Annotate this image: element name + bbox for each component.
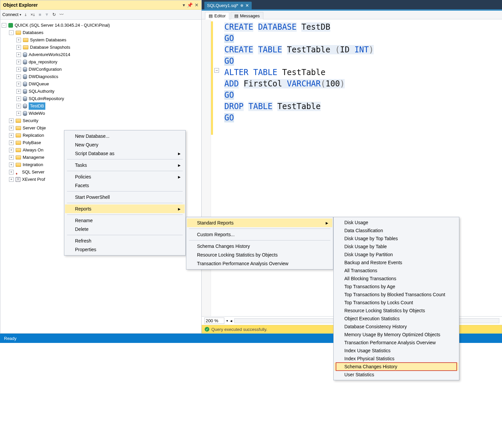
- menu-item[interactable]: Database Consistency History: [334, 323, 458, 331]
- tree-node[interactable]: +DWConfiguration: [2, 66, 200, 73]
- tree-node[interactable]: +TestDB: [2, 102, 200, 110]
- document-tab[interactable]: SQLQuery1.sql* ⊕ ✕: [204, 2, 252, 9]
- menu-item[interactable]: Disk Usage by Top Tables: [334, 235, 458, 243]
- expand-icon[interactable]: +: [16, 104, 21, 108]
- tree-node[interactable]: +DWQueue: [2, 80, 200, 88]
- expand-icon[interactable]: +: [9, 177, 14, 182]
- menu-item[interactable]: Disk Usage: [334, 218, 458, 227]
- context-menu-standard-reports[interactable]: Disk UsageData ClassificationDisk Usage …: [333, 217, 459, 380]
- collapse-icon[interactable]: -: [2, 23, 6, 28]
- menu-item[interactable]: Tasks▶: [65, 161, 185, 169]
- expand-icon[interactable]: +: [16, 96, 21, 101]
- expand-icon[interactable]: +: [16, 74, 21, 79]
- menu-item[interactable]: Script Database as▶: [65, 149, 185, 158]
- tree-node[interactable]: +AdventureWorks2014: [2, 51, 200, 58]
- subtab-editor[interactable]: ▤ Editor: [205, 12, 229, 19]
- menu-item-label: Start PowerShell: [75, 194, 110, 200]
- expand-icon[interactable]: +: [16, 52, 21, 57]
- menu-item[interactable]: Resource Locking Statistics by Objects: [334, 307, 458, 315]
- expand-icon[interactable]: +: [9, 155, 14, 160]
- expand-icon[interactable]: +: [16, 60, 21, 64]
- expand-icon[interactable]: +: [9, 126, 14, 130]
- menu-item[interactable]: Schema Changes History: [334, 363, 458, 371]
- menu-item[interactable]: Transaction Performance Analysis Overvie…: [187, 259, 332, 268]
- menu-item[interactable]: Object Execution Statistics: [334, 315, 458, 323]
- menu-item[interactable]: Top Transactions by Blocked Transactions…: [334, 291, 458, 299]
- menu-item[interactable]: Facets: [65, 181, 185, 190]
- close-icon[interactable]: ✕: [195, 2, 199, 8]
- expand-icon[interactable]: +: [16, 67, 21, 72]
- tree-node[interactable]: +System Databases: [2, 36, 200, 44]
- menu-item[interactable]: Backup and Restore Events: [334, 259, 458, 267]
- connect-button[interactable]: Connect ▾: [2, 12, 21, 17]
- menu-item[interactable]: Data Classification: [334, 227, 458, 235]
- chevron-down-icon[interactable]: ▾: [226, 319, 228, 323]
- tree-node[interactable]: +WideWo: [2, 110, 200, 117]
- menu-item[interactable]: Reports▶: [65, 204, 185, 213]
- expand-icon[interactable]: +: [16, 82, 21, 86]
- collapse-icon[interactable]: -: [9, 30, 14, 35]
- expand-icon[interactable]: +: [9, 148, 14, 152]
- context-menu-database[interactable]: New Database...New QueryScript Database …: [64, 130, 186, 256]
- fold-toggle[interactable]: −: [214, 68, 219, 73]
- filter-icon[interactable]: ▼: [45, 12, 49, 17]
- menu-item[interactable]: Index Usage Statistics: [334, 347, 458, 355]
- menu-item[interactable]: Resource Locking Statistics by Objects: [187, 251, 332, 259]
- expand-icon[interactable]: +: [9, 140, 14, 145]
- tree-node[interactable]: -QUICK (SQL Server 14.0.3045.24 - QUICK\…: [2, 22, 200, 29]
- ready-text: Ready: [4, 336, 17, 341]
- menu-item[interactable]: Schema Changes History: [187, 242, 332, 251]
- expand-icon[interactable]: +: [9, 170, 14, 174]
- tree-node[interactable]: +dpa_repository: [2, 58, 200, 66]
- close-tab-icon[interactable]: ✕: [245, 3, 249, 8]
- subtab-messages[interactable]: ▤ Messages: [231, 12, 263, 19]
- menu-item[interactable]: Top Transactions by Age: [334, 283, 458, 291]
- tree-label: SQL Server: [22, 168, 44, 176]
- menu-item[interactable]: All Transactions: [334, 267, 458, 275]
- activity-icon[interactable]: 〰: [59, 12, 64, 17]
- disconnect-icon[interactable]: ⫰: [25, 12, 27, 17]
- refresh-icon[interactable]: ↻: [52, 12, 56, 17]
- menu-item-label: Index Usage Statistics: [344, 348, 391, 353]
- expand-icon[interactable]: +: [16, 89, 21, 94]
- disconnect-all-icon[interactable]: ×⫰: [30, 12, 35, 17]
- menu-item[interactable]: Start PowerShell: [65, 193, 185, 201]
- pin-tab-icon[interactable]: ⊕: [240, 3, 243, 8]
- tree-node[interactable]: +Security: [2, 117, 200, 124]
- expand-icon[interactable]: +: [9, 118, 14, 123]
- context-menu-reports[interactable]: Standard Reports▶Custom Reports...Schema…: [186, 217, 333, 270]
- menu-item[interactable]: New Database...: [65, 132, 185, 140]
- menu-item[interactable]: All Blocking Transactions: [334, 275, 458, 283]
- tree-node[interactable]: -Databases: [2, 29, 200, 36]
- menu-item[interactable]: Properties: [65, 245, 185, 254]
- menu-item[interactable]: User Statistics: [334, 371, 458, 379]
- menu-item[interactable]: Refresh: [65, 237, 185, 245]
- menu-item[interactable]: Disk Usage by Table: [334, 243, 458, 251]
- menu-item[interactable]: Transaction Performance Analysis Overvie…: [334, 339, 458, 347]
- scroll-left-icon[interactable]: ◂: [230, 318, 232, 323]
- menu-item[interactable]: New Query: [65, 140, 185, 149]
- expand-icon[interactable]: +: [16, 38, 21, 42]
- menu-item[interactable]: Top Transactions by Locks Count: [334, 299, 458, 307]
- dropdown-icon[interactable]: ▾: [183, 2, 185, 8]
- tree-node[interactable]: +Database Snapshots: [2, 44, 200, 51]
- expand-icon[interactable]: +: [16, 45, 21, 50]
- menu-item[interactable]: Custom Reports...: [187, 230, 332, 239]
- stop-icon[interactable]: ■: [39, 12, 41, 17]
- tree-node[interactable]: +DWDiagnostics: [2, 73, 200, 80]
- zoom-input[interactable]: [204, 318, 224, 324]
- menu-item[interactable]: Standard Reports▶: [187, 218, 332, 227]
- expand-icon[interactable]: +: [16, 111, 21, 116]
- menu-item[interactable]: Delete: [65, 225, 185, 234]
- menu-item[interactable]: Policies▶: [65, 172, 185, 181]
- expand-icon[interactable]: +: [9, 133, 14, 138]
- menu-item[interactable]: Rename: [65, 216, 185, 225]
- menu-item[interactable]: Index Physical Statistics: [334, 355, 458, 363]
- menu-item[interactable]: Memory Usage By Memory Optimized Objects: [334, 331, 458, 339]
- tree-node[interactable]: +SQLAuthority: [2, 88, 200, 95]
- pin-icon[interactable]: 📌: [187, 2, 193, 8]
- expand-icon[interactable]: +: [9, 162, 14, 167]
- menu-item[interactable]: Disk Usage by Partition: [334, 251, 458, 259]
- tree-node[interactable]: +SQLdmRepository: [2, 95, 200, 102]
- sql-token: TestTable: [287, 45, 335, 54]
